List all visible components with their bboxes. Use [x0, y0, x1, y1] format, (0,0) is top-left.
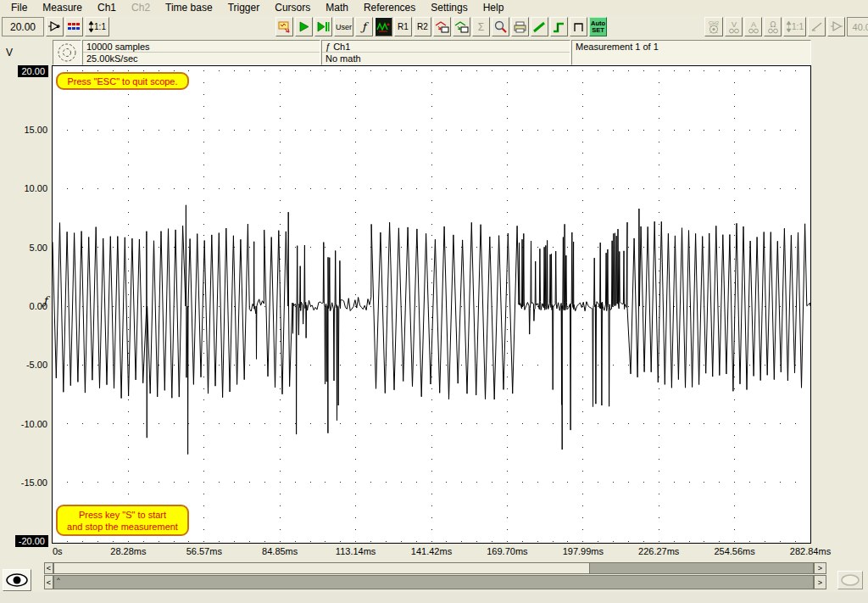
updown-arrows2-icon: [786, 21, 792, 32]
copy-red-trace-icon: [435, 21, 449, 33]
generator-pulse-button[interactable]: [570, 17, 587, 36]
generator-dc-button[interactable]: [531, 17, 548, 36]
x-axis-labels: 0s28.28ms56.57ms84.85ms113.14ms141.42ms1…: [0, 546, 868, 558]
y-tick-label: -10.00: [0, 419, 48, 429]
volts-per-div-display[interactable]: 20.00: [2, 17, 44, 36]
copy-green-trace-icon: [454, 21, 469, 33]
start-stop-hint-tooltip: Press key "S" to start and stop the meas…: [56, 505, 189, 536]
magnifier-icon: [494, 20, 507, 33]
menubar: FileMeasureCh1Ch2Time baseTriggerCursors…: [0, 0, 868, 15]
sigma-label: Σ: [478, 21, 484, 33]
annotate-button[interactable]: [275, 17, 293, 36]
menu-item-ch1[interactable]: Ch1: [90, 0, 124, 15]
zoom-button[interactable]: [492, 17, 509, 36]
copy-trace2-to-reference-button[interactable]: [453, 17, 470, 36]
updown-arrows-icon: [88, 21, 94, 32]
y-tick-label: -20.00: [0, 536, 48, 546]
view-position-thumb[interactable]: [54, 563, 590, 573]
scope-display[interactable]: [52, 65, 811, 544]
voltmeter-button: V: [725, 17, 743, 36]
view-visibility-button[interactable]: [3, 569, 31, 591]
frequency-button[interactable]: ƒ: [355, 17, 373, 36]
math-status: No math: [322, 53, 570, 64]
probe-ratio-button[interactable]: 1:1: [85, 17, 109, 36]
generator-step-button[interactable]: [550, 17, 568, 36]
reference2-label: R2: [417, 22, 428, 31]
amplifier2-icon: [830, 21, 843, 32]
menu-item-help[interactable]: Help: [476, 0, 512, 15]
esc-hint-text: Press "ESC" to quit scope.: [58, 76, 187, 87]
reference1-button[interactable]: R1: [394, 17, 412, 36]
run-button[interactable]: [295, 17, 313, 36]
svg-text:A: A: [750, 20, 755, 29]
y-axis-labels: 20.0015.0010.005.000.00-5.00-10.00-15.00…: [0, 66, 48, 543]
x-tick-label: 226.27ms: [638, 546, 679, 556]
view-position-track[interactable]: [53, 562, 814, 574]
single-run-button[interactable]: [314, 17, 332, 36]
x-tick-label: 141.42ms: [411, 546, 452, 556]
voltmeter-icon: V: [727, 20, 741, 34]
menu-item-math[interactable]: Math: [318, 0, 356, 15]
menu-item-trigger[interactable]: Trigger: [220, 0, 268, 15]
diagonal-ramp-icon: [533, 21, 546, 33]
reference2-button[interactable]: R2: [414, 17, 431, 36]
user-scale-button[interactable]: User: [334, 17, 353, 36]
ammeter-button: A: [744, 17, 762, 36]
ammeter-icon: A: [747, 20, 760, 34]
menu-item-ch2: Ch2: [124, 0, 158, 15]
copy-trace1-to-reference-button[interactable]: [433, 17, 451, 36]
y-tick-label: 5.00: [0, 243, 48, 253]
x-tick-label: 254.56ms: [714, 546, 754, 556]
frequency-label: ƒ: [362, 20, 366, 33]
probe-ratio-label: 1:1: [94, 22, 106, 31]
x-tick-label: 0s: [53, 546, 63, 556]
trigger-level-marker: ƒ: [43, 294, 47, 307]
print-button[interactable]: [511, 17, 529, 36]
view-position-bar[interactable]: < >: [44, 562, 826, 574]
menu-item-cursors[interactable]: Cursors: [267, 0, 318, 15]
start-hint-line2: and stop the measurement: [58, 521, 187, 533]
target-circles-icon: [56, 42, 78, 64]
marker-tool-button[interactable]: [837, 571, 863, 589]
autoset-label: AutoSET: [591, 20, 605, 34]
ramp2-button: [808, 17, 826, 36]
autoscale-trace-button[interactable]: [375, 17, 392, 36]
scroll-right-button[interactable]: >: [814, 575, 826, 589]
amplifier-icon: [47, 21, 62, 32]
svg-text:CH2: CH2: [709, 20, 720, 25]
y-tick-label: 0.00: [0, 301, 48, 311]
user-scale-label: User: [336, 23, 352, 31]
x-tick-label: 169.70ms: [487, 546, 527, 556]
autoset-button[interactable]: AutoSET: [589, 17, 607, 36]
play-icon: [298, 21, 309, 32]
bnc-connector-icon: CH2: [706, 20, 721, 34]
esc-hint-tooltip: Press "ESC" to quit scope.: [56, 72, 189, 90]
ohmmeter-button: Ω: [764, 17, 782, 36]
view-scroll-left-button[interactable]: <: [44, 562, 53, 574]
coupling-button[interactable]: [65, 17, 83, 36]
menu-item-file[interactable]: File: [3, 0, 35, 15]
y-tick-label: 10.00: [0, 183, 48, 193]
y-tick-label: -5.00: [0, 360, 48, 370]
menu-item-time-base[interactable]: Time base: [158, 0, 220, 15]
x-tick-label: 28.28ms: [110, 546, 146, 556]
reference1-label: R1: [398, 22, 409, 31]
scroll-caret-marker: ^: [57, 576, 60, 583]
view-scroll-right-button[interactable]: >: [814, 562, 826, 574]
scroll-left-button[interactable]: <: [44, 575, 53, 589]
status-strip: [0, 592, 868, 603]
menu-item-measure[interactable]: Measure: [35, 0, 90, 15]
samples-count: 10000 samples: [83, 41, 320, 53]
amplifier-gain-button[interactable]: [46, 17, 64, 36]
horizontal-scrollbar[interactable]: < ^ >: [44, 575, 826, 589]
ellipse-icon: [840, 573, 860, 587]
sample-rate: 25.00kS/sec: [83, 53, 320, 64]
probe-ratio2-label: 1:1: [792, 22, 804, 31]
menu-item-references[interactable]: References: [356, 0, 423, 15]
channel2-input-button: CH2: [704, 17, 723, 36]
printer-icon: [513, 21, 527, 33]
x-tick-label: 113.14ms: [336, 546, 376, 556]
scrollbar-track[interactable]: ^: [53, 575, 814, 589]
ohmmeter-icon: Ω: [766, 20, 780, 34]
menu-item-settings[interactable]: Settings: [423, 0, 475, 15]
